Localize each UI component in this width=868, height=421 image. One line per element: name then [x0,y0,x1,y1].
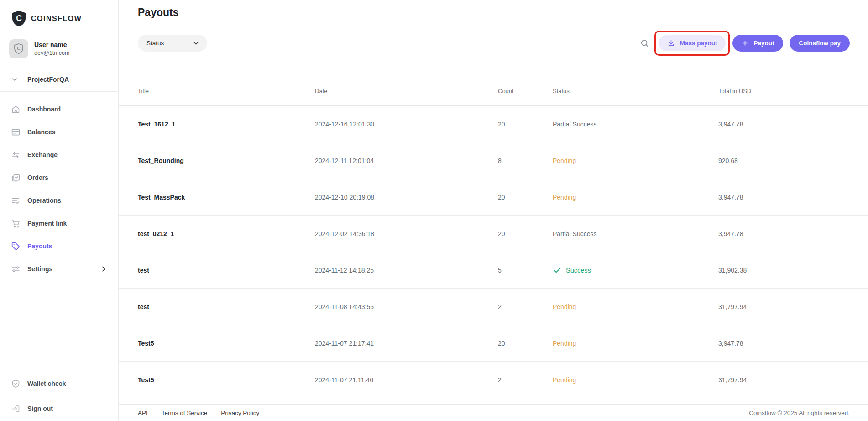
user-name: User name [34,41,69,49]
table-row[interactable]: Test_1612_1 2024-12-16 12:01:30 20 Parti… [119,106,868,142]
payout-total: 3,947.78 [718,121,850,128]
payout-status: Pending [553,340,718,347]
payout-count: 2 [498,303,553,310]
orders-icon [11,173,21,183]
status-label: Success [566,267,591,274]
payout-status: Success [553,266,718,275]
plus-icon [742,40,748,47]
payout-button[interactable]: Payout [732,35,783,52]
sidebar-item-label: Exchange [27,151,58,158]
table-row[interactable]: test 2024-11-12 14:18:25 5 Success 31,90… [119,252,868,289]
sidebar-item-label: Settings [27,265,52,273]
chevron-down-icon [192,39,200,47]
toolbar: Status Mass payout [138,31,850,56]
column-header-title: Title [138,88,315,95]
sidebar-item-exchange[interactable]: Exchange [0,143,118,166]
payout-date: 2024-12-10 20:19:08 [315,194,498,201]
svg-text:C: C [16,14,22,23]
cart-icon [11,219,21,228]
sidebar-item-operations[interactable]: Operations [0,189,118,212]
table-row[interactable]: test 2024-11-08 14:43:55 2 Pending 31,79… [119,289,868,325]
coinsflow-pay-button[interactable]: Coinsflow pay [790,35,850,52]
footer-link-terms[interactable]: Terms of Service [162,410,208,416]
payout-status: Partial Success [553,230,718,237]
sidebar-item-wallet-check[interactable]: Wallet check [0,371,118,396]
payout-label: Payout [753,40,774,47]
payout-total: 3,947.78 [718,340,850,347]
payout-date: 2024-11-07 21:17:41 [315,340,498,347]
payout-title: Test5 [138,376,315,384]
payout-total: 3,947.78 [718,230,850,237]
project-name: ProjectForQA [27,76,69,83]
column-header-count: Count [498,88,553,95]
status-label: Pending [553,376,576,384]
payout-status: Pending [553,303,718,310]
payout-date: 2024-12-11 12:01:04 [315,157,498,164]
sidebar-item-label: Payment link [27,220,67,227]
payout-count: 20 [498,194,553,201]
sidebar-menu: Dashboard Balances Exchange Orders [0,92,118,280]
table-row[interactable]: Test_Rounding 2024-12-11 12:01:04 8 Pend… [119,142,868,179]
sidebar-item-payouts[interactable]: Payouts [0,235,118,258]
status-label: Partial Success [553,121,596,128]
sidebar: C COINSFLOW C User name dev@1tn.com Pr [0,0,119,421]
sidebar-bottom: Wallet check Sign out [0,371,118,421]
mass-payout-label: Mass payout [680,40,717,47]
page-title: Payouts [138,6,850,19]
sidebar-item-label: Payouts [27,242,52,250]
status-filter-dropdown[interactable]: Status [138,35,207,52]
payout-count: 2 [498,376,553,384]
project-selector[interactable]: ProjectForQA [0,67,118,91]
payout-total: 3,947.78 [718,194,850,201]
status-label: Partial Success [553,230,596,237]
user-profile[interactable]: C User name dev@1tn.com [0,39,118,58]
sidebar-item-dashboard[interactable]: Dashboard [0,98,118,121]
payout-count: 20 [498,121,553,128]
shield-check-icon [11,379,21,389]
payouts-table: Title Date Count Status Total in USD Tes… [119,77,868,398]
toolbar-actions: Mass payout Payout Coinsflow pay [639,31,850,56]
main-header: Payouts Status [119,0,868,56]
sidebar-item-label: Balances [27,128,55,136]
operations-icon [11,196,21,205]
payout-count: 20 [498,230,553,237]
payout-title: test_0212_1 [138,230,315,237]
payout-title: Test_MassPack [138,194,315,201]
payout-count: 5 [498,267,553,274]
tag-icon [11,242,21,251]
copyright-text: Coinsflow © 2025 All rights reserved. [749,410,850,416]
app: C COINSFLOW C User name dev@1tn.com Pr [0,0,868,421]
table-row[interactable]: test_0212_1 2024-12-02 14:36:18 20 Parti… [119,216,868,252]
search-icon[interactable] [639,37,651,49]
footer-link-api[interactable]: API [138,410,148,416]
sidebar-item-label: Orders [27,174,48,181]
footer-link-privacy[interactable]: Privacy Policy [221,410,259,416]
sidebar-item-orders[interactable]: Orders [0,166,118,189]
sidebar-item-balances[interactable]: Balances [0,121,118,143]
status-filter-label: Status [146,40,164,47]
status-label: Pending [553,157,576,164]
table-row[interactable]: Test5 2024-11-07 21:11:46 2 Pending 31,7… [119,362,868,398]
sidebar-item-payment-link[interactable]: Payment link [0,212,118,235]
sliders-icon [11,264,21,274]
payout-date: 2024-11-12 14:18:25 [315,267,498,274]
sidebar-item-settings[interactable]: Settings [0,258,118,280]
table-body: Test_1612_1 2024-12-16 12:01:30 20 Parti… [119,106,868,398]
payout-total: 920.68 [718,157,850,164]
payout-status: Partial Success [553,121,718,128]
page-footer: API Terms of Service Privacy Policy Coin… [119,404,868,421]
table-row[interactable]: Test5 2024-11-07 21:17:41 20 Pending 3,9… [119,325,868,362]
sidebar-item-sign-out[interactable]: Sign out [0,396,118,421]
brand-name: COINSFLOW [31,15,82,23]
table-header: Title Date Count Status Total in USD [119,77,868,106]
payout-count: 8 [498,157,553,164]
column-header-total: Total in USD [718,88,850,95]
payout-title: test [138,267,315,274]
coinsflow-pay-label: Coinsflow pay [799,40,841,47]
home-icon [11,105,21,114]
payout-date: 2024-12-16 12:01:30 [315,121,498,128]
table-row[interactable]: Test_MassPack 2024-12-10 20:19:08 20 Pen… [119,179,868,216]
avatar: C [9,39,28,58]
exchange-icon [11,150,21,160]
mass-payout-button[interactable]: Mass payout [659,35,726,51]
